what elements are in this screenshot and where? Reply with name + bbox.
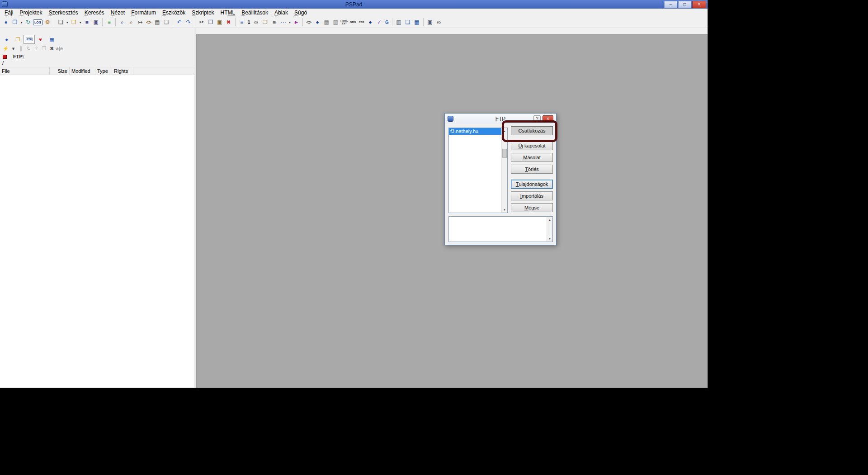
undo-icon[interactable]: ↶ [175,18,184,27]
print-preview-icon[interactable]: ❏ [162,18,171,27]
panel-tab-favorites[interactable]: ♥ [35,35,46,44]
ftp-upload-icon[interactable]: ⇧ [33,45,40,52]
redo-icon[interactable]: ↷ [184,18,193,27]
html-table-icon[interactable]: ▦ [322,18,331,27]
search-icon[interactable]: ⌕ [118,18,127,27]
html-frames-icon[interactable]: ▥ [331,18,340,27]
ftp-connect-icon[interactable]: ⚡ [2,45,9,52]
session-icon[interactable]: ❒ [260,18,269,27]
server-item[interactable]: f3.nethely.hu [449,128,501,135]
server-list-scrollbar[interactable]: ▲ ▼ [501,128,507,213]
panel-tab-explorer[interactable]: ● [1,35,12,44]
column-header[interactable]: Modified [70,67,95,75]
server-list[interactable]: f3.nethely.hu ▲ ▼ [448,128,508,213]
find-in-files-icon[interactable]: ⌕ [127,18,136,27]
minimize-button[interactable]: − [664,1,677,8]
ftp-file-list[interactable] [0,75,194,388]
menu-tools[interactable]: Eszközök [159,9,189,16]
open-file-icon[interactable]: ❒ [69,18,78,27]
ftp-new-folder-icon[interactable]: ❒ [40,45,48,52]
scroll-down-icon[interactable]: ▼ [502,207,507,213]
project-menu-icon[interactable]: ▾ [19,18,24,27]
scroll-thumb[interactable] [502,149,507,158]
menu-settings[interactable]: Beállítások [238,9,271,16]
scroll-up-icon[interactable]: ▲ [502,128,507,134]
settings-icon[interactable]: ⚙ [43,18,52,27]
menu-search[interactable]: Keresés [81,9,108,16]
scroll-down-icon[interactable]: ▼ [547,236,552,242]
html-validate-icon[interactable]: ✓ [375,18,384,27]
close-button[interactable]: × [692,1,706,8]
code-explorer-icon[interactable]: ≡ [104,18,113,27]
column-header[interactable]: Rights [112,67,133,75]
new-file-menu-icon[interactable]: ▾ [65,18,69,27]
save-all-icon[interactable]: ▣ [91,18,100,27]
html-tag-icon[interactable]: <> [305,18,313,27]
goto-marker-icon[interactable]: ► [292,18,301,27]
open-file-menu-icon[interactable]: ▾ [78,18,82,27]
column-header[interactable]: Type [95,67,112,75]
reformat-icon[interactable]: ORG [349,18,357,27]
html-color-icon[interactable]: ● [313,18,322,27]
ftp-connect-menu-icon[interactable]: ▾ [9,45,17,52]
menu-window[interactable]: Ablak [271,9,291,16]
ftp-abort-icon[interactable]: ∥ [17,45,25,52]
html-check-icon[interactable]: ● [366,18,375,27]
maximize-button[interactable]: □ [678,1,691,8]
menu-file[interactable]: Fájl [1,9,16,16]
preview-glasses-icon[interactable]: ∞ [434,18,443,27]
panel-tab-open-files[interactable]: ❒ [12,35,24,44]
new-project-icon[interactable]: ● [1,18,10,27]
menu-html[interactable]: HTML [217,9,239,16]
find-replace-icon[interactable]: ↦ [136,18,145,27]
menu-help[interactable]: Súgó [291,9,310,16]
menu-projects[interactable]: Projektek [16,9,45,16]
cut-icon[interactable]: ✂ [197,18,206,27]
log-window-icon[interactable]: LOG [33,19,42,25]
connection-notes-box[interactable]: ▲ ▼ [448,216,553,242]
save-icon[interactable]: ■ [82,18,91,27]
view-menu-icon[interactable]: ▾ [288,18,292,27]
open-project-icon[interactable]: ❐ [10,18,19,27]
html-to-text-icon[interactable]: HTML TXT [340,18,349,27]
new-file-icon[interactable]: ❏ [56,18,65,27]
files-panel-icon[interactable]: ❏ [403,18,412,27]
line-numbers-icon[interactable]: ≡ [237,18,246,27]
output-panel-icon[interactable]: ▦ [412,18,421,27]
copy-button[interactable]: Másolat [511,153,553,162]
binoculars-icon[interactable]: ∞ [251,18,260,27]
column-header[interactable]: File [0,67,50,75]
dialog-help-button[interactable]: ? [533,115,541,122]
notes-scrollbar[interactable]: ▲ ▼ [547,217,552,242]
menu-edit[interactable]: Szerkesztés [45,9,81,16]
ftp-refresh-icon[interactable]: ↻ [25,45,33,52]
menu-scripts[interactable]: Szkriptek [189,9,217,16]
connect-button[interactable]: Csatlakozás [511,126,553,135]
properties-button[interactable]: Tulajdonságok [511,180,553,189]
delete-icon[interactable]: ✖ [224,18,233,27]
ftp-delete-icon[interactable]: ✖ [48,45,56,52]
new-connection-button[interactable]: Új kapcsolat [511,141,553,150]
delete-button[interactable]: Törlés [511,165,553,174]
print-icon[interactable]: ▤ [153,18,162,27]
google-icon[interactable]: G [384,18,390,27]
paste-icon[interactable]: ▣ [215,18,224,27]
menu-view[interactable]: Nézet [108,9,128,16]
copy-icon[interactable]: ❐ [206,18,215,27]
css-icon[interactable]: CSS [357,18,366,27]
readonly-lock-icon[interactable]: ■ [269,18,278,27]
panel-tab-ftp[interactable]: FTP [24,35,35,44]
code-tags-icon[interactable]: <> [145,18,153,27]
text-diff-icon[interactable]: ▣ [425,18,434,27]
panel-tab-templates[interactable]: ▦ [46,35,57,44]
ftp-rename-icon[interactable]: a|e [56,45,63,52]
reload-icon[interactable]: ↻ [24,18,33,27]
whitespace-icon[interactable]: ⋯ [278,18,288,27]
bookmark-1-icon[interactable]: 1 [246,18,252,27]
dialog-close-button[interactable]: × [542,115,553,122]
menu-format[interactable]: Formátum [128,9,159,16]
scroll-up-icon[interactable]: ▲ [547,217,552,223]
column-header[interactable]: Size [50,67,70,75]
import-button[interactable]: Importálás [511,191,553,200]
cancel-button[interactable]: Mégse [511,203,553,212]
